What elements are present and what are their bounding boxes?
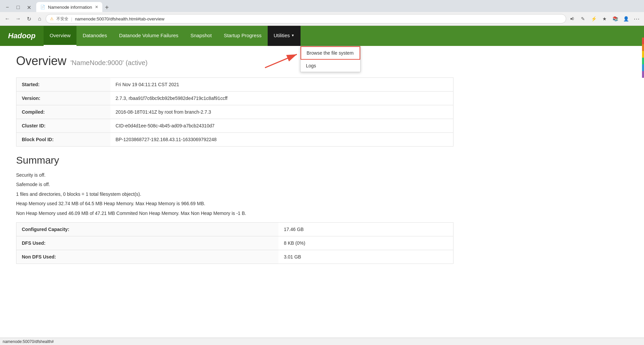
table-cell-label: Configured Capacity:: [16, 222, 279, 236]
table-row: Version: 2.7.3, rbaa91f7c6bc9cb92be5982d…: [16, 92, 453, 105]
page-subtitle: 'NameNode:9000' (active): [70, 59, 148, 67]
table-cell-label: Cluster ID:: [16, 119, 110, 133]
main-content: Overview 'NameNode:9000' (active) Starte…: [0, 46, 470, 272]
overview-section: Overview 'NameNode:9000' (active) Starte…: [16, 54, 453, 147]
tab-page-icon: 📄: [40, 5, 45, 9]
table-row: Compiled: 2016-08-18T01:41Z by root from…: [16, 105, 453, 119]
edit-button[interactable]: ✎: [578, 14, 588, 23]
close-button[interactable]: ✕: [24, 3, 34, 12]
summary-line-2: 1 files and directories, 0 blocks = 1 to…: [16, 190, 453, 198]
more-options-button[interactable]: ⋯: [632, 14, 641, 23]
table-cell-label: Compiled:: [16, 105, 110, 119]
nav-item-utilities[interactable]: Utilities ▼: [268, 26, 301, 46]
browser-chrome: − □ ✕ 📄 Namenode information ✕ + ← → ↻ ⌂…: [0, 0, 644, 26]
summary-table: Configured Capacity: 17.46 GB DFS Used: …: [16, 222, 453, 264]
summary-line-0: Security is off.: [16, 171, 453, 179]
address-bar[interactable]: ⚠ 不安全 | namenode:50070/dfshealth.html#ta…: [46, 14, 566, 23]
table-row: Cluster ID: CID-e0d4d1ee-508c-4b45-ad09-…: [16, 119, 453, 133]
summary-title: Summary: [16, 155, 453, 166]
table-cell-value: BP-1203868727-192.168.43.11-163306979224…: [110, 133, 453, 147]
tab-close-button[interactable]: ✕: [95, 5, 98, 9]
hadoop-brand: Hadoop: [0, 26, 44, 46]
table-row: DFS Used: 8 KB (0%): [16, 236, 453, 250]
tab-title: Namenode information: [48, 5, 92, 10]
minimize-button[interactable]: −: [3, 3, 12, 12]
table-row: Configured Capacity: 17.46 GB: [16, 222, 453, 236]
table-cell-value: 2016-08-18T01:41Z by root from branch-2.…: [110, 105, 453, 119]
favorites-button[interactable]: ★: [600, 14, 609, 23]
nav-items: Overview Datanodes Datanode Volume Failu…: [44, 26, 301, 46]
summary-line-4: Non Heap Memory used 46.09 MB of 47.21 M…: [16, 210, 453, 217]
dropdown-item-browse-filesystem[interactable]: Browse the file system: [301, 46, 360, 60]
table-row: Block Pool ID: BP-1203868727-192.168.43.…: [16, 133, 453, 147]
summary-line-3: Heap Memory used 32.74 MB of 64.5 MB Hea…: [16, 200, 453, 207]
table-row: Started: Fri Nov 19 04:11:21 CST 2021: [16, 78, 453, 92]
security-warning-text: 不安全: [56, 16, 68, 22]
forward-button[interactable]: →: [13, 14, 23, 23]
summary-line-1: Safemode is off.: [16, 181, 453, 188]
dropdown-arrow-icon: ▼: [291, 34, 294, 37]
table-cell-label: Non DFS Used:: [16, 250, 279, 264]
nav-item-datanodes[interactable]: Datanodes: [76, 26, 113, 46]
read-aloud-button[interactable]: 🕫: [568, 14, 577, 23]
nav-item-overview[interactable]: Overview: [44, 26, 77, 46]
url-text: namenode:50070/dfshealth.html#tab-overvi…: [75, 16, 164, 21]
table-row: Non DFS Used: 3.01 GB: [16, 250, 453, 264]
table-cell-label: DFS Used:: [16, 236, 279, 250]
extensions-button[interactable]: ⚡: [589, 14, 598, 23]
table-cell-value: 3.01 GB: [278, 250, 453, 264]
table-cell-label: Started:: [16, 78, 110, 92]
reload-button[interactable]: ↻: [24, 14, 34, 23]
nav-item-startup-progress[interactable]: Startup Progress: [218, 26, 268, 46]
table-cell-value: Fri Nov 19 04:11:21 CST 2021: [110, 78, 453, 92]
table-cell-label: Block Pool ID:: [16, 133, 110, 147]
new-tab-button[interactable]: +: [102, 3, 112, 12]
table-cell-value: 2.7.3, rbaa91f7c6bc9cb92be5982de4719c1c8…: [110, 92, 453, 105]
table-cell-value: CID-e0d4d1ee-508c-4b45-ad09-a7bcb24310d7: [110, 119, 453, 133]
color-strip: [642, 38, 644, 78]
browser-window-controls: − □ ✕: [3, 3, 34, 12]
hadoop-navbar: Hadoop Overview Datanodes Datanode Volum…: [0, 26, 644, 46]
table-cell-value: 17.46 GB: [278, 222, 453, 236]
nav-item-snapshot[interactable]: Snapshot: [184, 26, 218, 46]
table-cell-value: 8 KB (0%): [278, 236, 453, 250]
overview-table: Started: Fri Nov 19 04:11:21 CST 2021 Ve…: [16, 77, 453, 147]
summary-section: Summary Security is off. Safemode is off…: [16, 155, 453, 264]
nav-item-datanode-volume-failures[interactable]: Datanode Volume Failures: [113, 26, 184, 46]
home-button[interactable]: ⌂: [35, 14, 44, 23]
tab-bar: − □ ✕ 📄 Namenode information ✕ +: [0, 0, 644, 12]
browser-tab-active[interactable]: 📄 Namenode information ✕: [36, 2, 102, 12]
table-cell-label: Version:: [16, 92, 110, 105]
dropdown-item-logs[interactable]: Logs: [301, 60, 360, 72]
profile-button[interactable]: 👤: [621, 14, 631, 23]
address-bar-row: ← → ↻ ⌂ ⚠ 不安全 | namenode:50070/dfshealth…: [0, 12, 644, 25]
page-title: Overview: [16, 54, 66, 68]
utilities-dropdown: Browse the file system Logs: [300, 46, 361, 72]
maximize-button[interactable]: □: [13, 3, 23, 12]
collections-button[interactable]: 📚: [610, 14, 620, 23]
back-button[interactable]: ←: [3, 14, 12, 23]
toolbar-icons: 🕫 ✎ ⚡ ★ 📚 👤 ⋯: [568, 14, 641, 23]
security-warning-icon: ⚠: [50, 16, 54, 21]
